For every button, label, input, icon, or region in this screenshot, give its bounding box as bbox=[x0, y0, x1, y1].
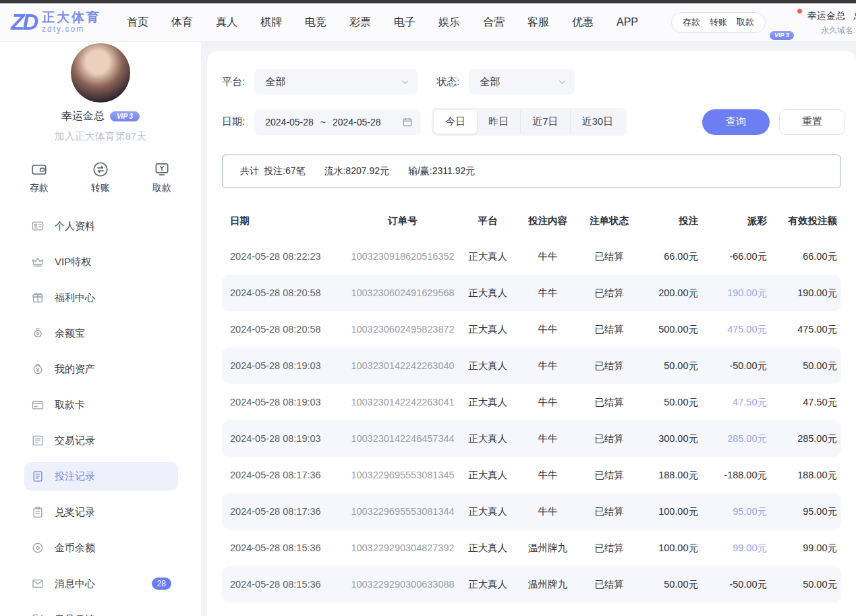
nav-item[interactable]: 真人 bbox=[216, 16, 237, 30]
quick-date-ranges: 今日 昨日 近7日 近30日 bbox=[432, 108, 627, 136]
sidebar-item-coin-balance[interactable]: 金币余额 bbox=[24, 534, 178, 562]
quick-range-option[interactable]: 昨日 bbox=[477, 110, 520, 134]
logo-name: 正大体育 bbox=[42, 11, 101, 25]
sidebar-item-yuebao[interactable]: 余额宝 bbox=[24, 319, 178, 347]
cell-platform: 正大真人 bbox=[459, 323, 516, 336]
sidebar-item-vip[interactable]: VIP特权 bbox=[24, 248, 178, 276]
sidebar-item-bet-records[interactable]: 投注记录 bbox=[24, 462, 178, 491]
cell-valid-bet: 47.50元 bbox=[767, 396, 837, 409]
quick-range-option[interactable]: 今日 bbox=[434, 110, 477, 134]
col-valid-bet: 有效投注额 bbox=[767, 215, 837, 227]
cell-platform: 正大真人 bbox=[459, 287, 516, 300]
crown-icon bbox=[31, 255, 45, 269]
cell-bet-amount: 500.00元 bbox=[639, 323, 698, 336]
summary-parts: 投注:67笔 流水:8207.92元 输/赢:2311.92元 bbox=[264, 165, 494, 177]
assets-icon bbox=[31, 362, 45, 376]
col-payout: 派彩 bbox=[698, 215, 767, 227]
nav-item[interactable]: 彩票 bbox=[349, 16, 371, 30]
transfer-button[interactable]: 转账 bbox=[91, 161, 110, 194]
col-bet-amount: 投注 bbox=[639, 215, 698, 227]
sidebar-item-assets[interactable]: 我的资产 bbox=[24, 355, 178, 383]
sidebar-item-label: 金币余额 bbox=[55, 542, 95, 555]
vip-badge: VIP 3 bbox=[770, 31, 794, 40]
profile-avatar bbox=[71, 43, 130, 103]
vip-badge: VIP 3 bbox=[110, 111, 140, 121]
status-select-value: 全部 bbox=[480, 76, 500, 88]
sidebar-item-withdraw-card[interactable]: 取款卡 bbox=[24, 391, 178, 419]
nav-item[interactable]: 棋牌 bbox=[260, 16, 282, 30]
cell-bet-amount: 100.00元 bbox=[639, 505, 698, 518]
cell-status: 已结算 bbox=[579, 287, 639, 300]
col-status: 注单状态 bbox=[579, 215, 639, 227]
nav-item[interactable]: 电竞 bbox=[305, 16, 326, 30]
wallet-action[interactable]: 存款 bbox=[683, 16, 700, 28]
search-button[interactable]: 查询 bbox=[702, 109, 770, 135]
money-pouch-icon bbox=[31, 327, 45, 340]
cell-payout: 190.00元 bbox=[698, 287, 767, 300]
nav-item[interactable]: 客服 bbox=[527, 16, 549, 30]
summary-item: 输/赢:2311.92元 bbox=[408, 165, 475, 177]
quick-actions: 存款 转账 取款 bbox=[0, 161, 201, 194]
site-header: ZD 正大体育 zdty.com 首页 体育 真人 棋牌 电竞 彩票 电子 娱乐… bbox=[0, 3, 856, 42]
table-row: 2024-05-28 08:15:36 1003229290304827392 … bbox=[222, 530, 841, 566]
quick-range-option[interactable]: 近30日 bbox=[570, 110, 625, 134]
withdraw-label: 取款 bbox=[152, 182, 171, 194]
cell-platform: 正大真人 bbox=[459, 360, 516, 372]
cell-status: 已结算 bbox=[579, 578, 639, 591]
nav-item[interactable]: 娱乐 bbox=[438, 16, 460, 30]
chevron-down-icon bbox=[401, 78, 409, 86]
site-logo[interactable]: ZD 正大体育 zdty.com bbox=[11, 11, 101, 34]
cell-bet-amount: 50.00元 bbox=[639, 578, 698, 591]
nav-item[interactable]: APP bbox=[617, 16, 638, 28]
status-select[interactable]: 全部 bbox=[469, 69, 575, 94]
cell-valid-bet: 190.00元 bbox=[767, 287, 837, 300]
reset-button[interactable]: 重置 bbox=[779, 109, 845, 135]
table-body: 2024-05-28 08:22:23 1003230918620516352 … bbox=[222, 238, 841, 603]
table-row: 2024-05-28 08:19:03 1003230142242263040 … bbox=[222, 347, 841, 384]
bet-record-icon bbox=[31, 470, 45, 483]
date-separator: ~ bbox=[320, 117, 326, 128]
user-account-chip[interactable]: VIP 3 幸运金总 总 永久域名: zdty bbox=[775, 9, 856, 36]
wallet-action[interactable]: 转账 bbox=[710, 16, 727, 28]
bet-records-panel: 平台: 全部 状态: 全部 日期: 2024-05-28 ~ 2024-05-2… bbox=[207, 51, 856, 616]
cell-date: 2024-05-28 08:17:36 bbox=[230, 506, 346, 517]
cell-bet-amount: 50.00元 bbox=[639, 360, 698, 372]
sidebar-item-profile[interactable]: 个人资料 bbox=[24, 212, 178, 240]
sidebar: 幸运金总 VIP 3 加入正大体育第87天 存款 转账 bbox=[0, 42, 201, 616]
sidebar-item-label: 消息中心 bbox=[55, 578, 95, 590]
cell-date: 2024-05-28 08:15:36 bbox=[230, 579, 346, 590]
sidebar-menu: 个人资料 VIP特权 福利中心 余额宝 我的资产 取款卡 bbox=[0, 212, 201, 616]
cell-bet-amount: 50.00元 bbox=[639, 396, 698, 409]
sidebar-item-feedback[interactable]: 意见反馈 bbox=[24, 605, 178, 616]
cell-bet-content: 牛牛 bbox=[516, 505, 579, 518]
platform-select[interactable]: 全部 bbox=[254, 69, 418, 94]
cell-status: 已结算 bbox=[579, 505, 639, 518]
sidebar-item-message-center[interactable]: 消息中心 28 bbox=[24, 569, 178, 598]
nav-item[interactable]: 优惠 bbox=[572, 16, 594, 30]
nav-item[interactable]: 首页 bbox=[127, 16, 148, 30]
notification-dot bbox=[797, 8, 803, 14]
cell-valid-bet: 50.00元 bbox=[767, 360, 837, 372]
cell-order-number: 1003230918620516352 bbox=[346, 251, 459, 262]
sidebar-item-redeem-records[interactable]: 兑奖记录 bbox=[24, 498, 178, 526]
date-range-input[interactable]: 2024-05-28 ~ 2024-05-28 bbox=[254, 109, 421, 135]
wallet-action[interactable]: 取款 bbox=[737, 16, 754, 28]
sidebar-item-welfare[interactable]: 福利中心 bbox=[24, 283, 178, 312]
summary-item: 投注:67笔 bbox=[264, 165, 305, 177]
permanent-domain-note: 永久域名: zdty bbox=[807, 25, 856, 36]
nav-item[interactable]: 体育 bbox=[171, 16, 193, 30]
deposit-button[interactable]: 存款 bbox=[30, 161, 49, 194]
cell-payout: 475.00元 bbox=[698, 323, 767, 336]
withdraw-button[interactable]: 取款 bbox=[152, 161, 171, 194]
nav-item[interactable]: 电子 bbox=[394, 16, 416, 30]
sidebar-item-transactions[interactable]: 交易记录 bbox=[24, 426, 178, 455]
cell-bet-amount: 188.00元 bbox=[639, 469, 698, 482]
sidebar-item-label: 我的资产 bbox=[55, 363, 95, 376]
nav-item[interactable]: 合营 bbox=[483, 16, 505, 30]
cell-bet-amount: 300.00元 bbox=[639, 432, 698, 445]
cell-order-number: 1003230602491629568 bbox=[346, 287, 459, 298]
cell-bet-amount: 100.00元 bbox=[639, 542, 698, 555]
calendar-icon[interactable] bbox=[402, 117, 413, 128]
quick-range-option[interactable]: 近7日 bbox=[520, 110, 569, 134]
cell-bet-content: 温州牌九 bbox=[516, 542, 579, 555]
